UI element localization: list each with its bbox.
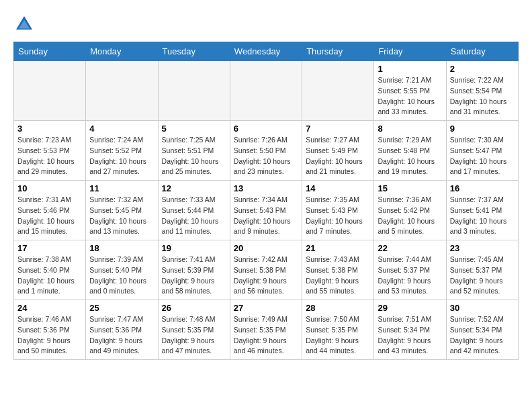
weekday-header-wednesday: Wednesday (230, 42, 302, 61)
day-info: Sunrise: 7:43 AM Sunset: 5:38 PM Dayligh… (306, 255, 370, 297)
day-number: 1 (378, 64, 442, 74)
calendar-cell: 16Sunrise: 7:37 AM Sunset: 5:41 PM Dayli… (446, 181, 518, 240)
day-info: Sunrise: 7:27 AM Sunset: 5:49 PM Dayligh… (306, 135, 370, 177)
calendar-week-1: 3Sunrise: 7:23 AM Sunset: 5:53 PM Daylig… (14, 121, 519, 181)
day-info: Sunrise: 7:24 AM Sunset: 5:52 PM Dayligh… (89, 135, 154, 177)
day-number: 22 (378, 243, 442, 253)
day-number: 13 (234, 183, 298, 193)
day-number: 21 (306, 243, 370, 253)
day-info: Sunrise: 7:44 AM Sunset: 5:37 PM Dayligh… (378, 255, 442, 297)
weekday-header-row: SundayMondayTuesdayWednesdayThursdayFrid… (14, 42, 519, 61)
calendar-cell: 22Sunrise: 7:44 AM Sunset: 5:37 PM Dayli… (374, 240, 446, 300)
calendar-cell: 20Sunrise: 7:42 AM Sunset: 5:38 PM Dayli… (230, 240, 302, 300)
calendar-cell: 5Sunrise: 7:25 AM Sunset: 5:51 PM Daylig… (158, 121, 230, 181)
day-info: Sunrise: 7:52 AM Sunset: 5:34 PM Dayligh… (450, 314, 515, 357)
day-info: Sunrise: 7:22 AM Sunset: 5:54 PM Dayligh… (450, 75, 515, 118)
calendar-cell (14, 61, 86, 121)
day-info: Sunrise: 7:23 AM Sunset: 5:53 PM Dayligh… (17, 135, 82, 177)
calendar-cell: 28Sunrise: 7:50 AM Sunset: 5:35 PM Dayli… (302, 300, 374, 360)
calendar-table: SundayMondayTuesdayWednesdayThursdayFrid… (13, 42, 519, 360)
calendar-body: 1Sunrise: 7:21 AM Sunset: 5:55 PM Daylig… (14, 61, 519, 360)
day-info: Sunrise: 7:35 AM Sunset: 5:43 PM Dayligh… (306, 195, 370, 237)
day-number: 14 (306, 183, 370, 193)
calendar-week-0: 1Sunrise: 7:21 AM Sunset: 5:55 PM Daylig… (14, 61, 519, 121)
day-number: 8 (378, 124, 442, 134)
day-info: Sunrise: 7:34 AM Sunset: 5:43 PM Dayligh… (234, 195, 298, 237)
day-number: 28 (306, 303, 370, 313)
calendar-header: SundayMondayTuesdayWednesdayThursdayFrid… (14, 42, 519, 61)
day-number: 29 (378, 303, 442, 313)
day-number: 12 (162, 183, 226, 193)
calendar-cell: 27Sunrise: 7:49 AM Sunset: 5:35 PM Dayli… (230, 300, 302, 360)
calendar-week-3: 17Sunrise: 7:38 AM Sunset: 5:40 PM Dayli… (14, 240, 519, 300)
day-number: 16 (450, 183, 515, 193)
calendar-cell: 9Sunrise: 7:30 AM Sunset: 5:47 PM Daylig… (446, 121, 518, 181)
day-info: Sunrise: 7:37 AM Sunset: 5:41 PM Dayligh… (450, 195, 515, 237)
calendar-cell: 25Sunrise: 7:47 AM Sunset: 5:36 PM Dayli… (86, 300, 158, 360)
day-number: 25 (89, 303, 154, 313)
calendar-cell: 14Sunrise: 7:35 AM Sunset: 5:43 PM Dayli… (302, 181, 374, 240)
day-info: Sunrise: 7:51 AM Sunset: 5:34 PM Dayligh… (378, 314, 442, 357)
day-number: 6 (234, 124, 298, 134)
calendar-cell: 30Sunrise: 7:52 AM Sunset: 5:34 PM Dayli… (446, 300, 518, 360)
weekday-header-saturday: Saturday (446, 42, 518, 61)
calendar-cell: 7Sunrise: 7:27 AM Sunset: 5:49 PM Daylig… (302, 121, 374, 181)
day-info: Sunrise: 7:36 AM Sunset: 5:42 PM Dayligh… (378, 195, 442, 237)
calendar-cell: 10Sunrise: 7:31 AM Sunset: 5:46 PM Dayli… (14, 181, 86, 240)
calendar-cell: 24Sunrise: 7:46 AM Sunset: 5:36 PM Dayli… (14, 300, 86, 360)
day-number: 9 (450, 124, 515, 134)
day-info: Sunrise: 7:25 AM Sunset: 5:51 PM Dayligh… (162, 135, 226, 177)
calendar-cell: 17Sunrise: 7:38 AM Sunset: 5:40 PM Dayli… (14, 240, 86, 300)
weekday-header-thursday: Thursday (302, 42, 374, 61)
calendar-week-4: 24Sunrise: 7:46 AM Sunset: 5:36 PM Dayli… (14, 300, 519, 360)
day-number: 27 (234, 303, 298, 313)
day-info: Sunrise: 7:29 AM Sunset: 5:48 PM Dayligh… (378, 135, 442, 177)
calendar-week-2: 10Sunrise: 7:31 AM Sunset: 5:46 PM Dayli… (14, 181, 519, 240)
day-number: 30 (450, 303, 515, 313)
day-info: Sunrise: 7:48 AM Sunset: 5:35 PM Dayligh… (162, 314, 226, 357)
day-number: 11 (89, 183, 154, 193)
calendar-cell: 26Sunrise: 7:48 AM Sunset: 5:35 PM Dayli… (158, 300, 230, 360)
calendar-cell: 29Sunrise: 7:51 AM Sunset: 5:34 PM Dayli… (374, 300, 446, 360)
calendar-cell: 6Sunrise: 7:26 AM Sunset: 5:50 PM Daylig… (230, 121, 302, 181)
calendar-cell: 18Sunrise: 7:39 AM Sunset: 5:40 PM Dayli… (86, 240, 158, 300)
day-info: Sunrise: 7:32 AM Sunset: 5:45 PM Dayligh… (89, 195, 154, 237)
weekday-header-monday: Monday (86, 42, 158, 61)
day-number: 24 (17, 303, 82, 313)
day-info: Sunrise: 7:30 AM Sunset: 5:47 PM Dayligh… (450, 135, 515, 177)
day-number: 17 (17, 243, 82, 253)
weekday-header-friday: Friday (374, 42, 446, 61)
calendar-cell (302, 61, 374, 121)
day-number: 2 (450, 64, 515, 74)
calendar-cell: 11Sunrise: 7:32 AM Sunset: 5:45 PM Dayli… (86, 181, 158, 240)
day-number: 20 (234, 243, 298, 253)
calendar-cell: 15Sunrise: 7:36 AM Sunset: 5:42 PM Dayli… (374, 181, 446, 240)
day-number: 5 (162, 124, 226, 134)
calendar-cell: 21Sunrise: 7:43 AM Sunset: 5:38 PM Dayli… (302, 240, 374, 300)
day-info: Sunrise: 7:26 AM Sunset: 5:50 PM Dayligh… (234, 135, 298, 177)
weekday-header-sunday: Sunday (14, 42, 86, 61)
day-number: 23 (450, 243, 515, 253)
day-info: Sunrise: 7:21 AM Sunset: 5:55 PM Dayligh… (378, 75, 442, 118)
day-number: 10 (17, 183, 82, 193)
calendar-cell: 19Sunrise: 7:41 AM Sunset: 5:39 PM Dayli… (158, 240, 230, 300)
day-number: 15 (378, 183, 442, 193)
calendar-cell: 1Sunrise: 7:21 AM Sunset: 5:55 PM Daylig… (374, 61, 446, 121)
calendar-cell: 23Sunrise: 7:45 AM Sunset: 5:37 PM Dayli… (446, 240, 518, 300)
day-info: Sunrise: 7:49 AM Sunset: 5:35 PM Dayligh… (234, 314, 298, 357)
calendar-cell (86, 61, 158, 121)
day-info: Sunrise: 7:33 AM Sunset: 5:44 PM Dayligh… (162, 195, 226, 237)
day-info: Sunrise: 7:41 AM Sunset: 5:39 PM Dayligh… (162, 255, 226, 297)
day-number: 18 (89, 243, 154, 253)
page-header (13, 13, 519, 35)
calendar-cell: 12Sunrise: 7:33 AM Sunset: 5:44 PM Dayli… (158, 181, 230, 240)
day-info: Sunrise: 7:46 AM Sunset: 5:36 PM Dayligh… (17, 314, 82, 357)
day-info: Sunrise: 7:45 AM Sunset: 5:37 PM Dayligh… (450, 255, 515, 297)
day-info: Sunrise: 7:39 AM Sunset: 5:40 PM Dayligh… (89, 255, 154, 297)
calendar-cell (230, 61, 302, 121)
logo-icon (13, 13, 35, 35)
calendar-cell: 2Sunrise: 7:22 AM Sunset: 5:54 PM Daylig… (446, 61, 518, 121)
calendar-cell: 4Sunrise: 7:24 AM Sunset: 5:52 PM Daylig… (86, 121, 158, 181)
day-number: 26 (162, 303, 226, 313)
calendar-cell: 3Sunrise: 7:23 AM Sunset: 5:53 PM Daylig… (14, 121, 86, 181)
